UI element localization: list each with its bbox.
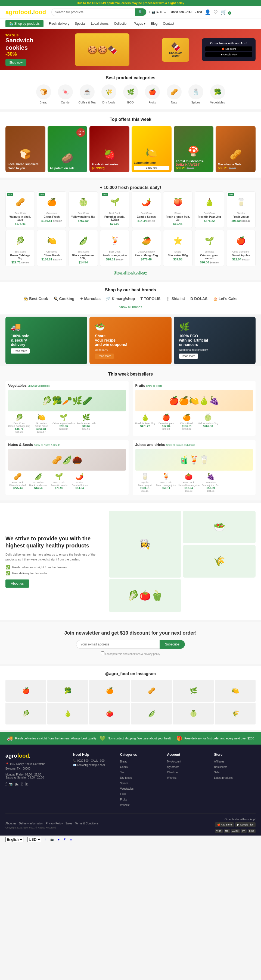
contact-nav[interactable]: Contact — [163, 21, 174, 27]
footer-youtube-link[interactable]: ▶ — [16, 782, 19, 786]
footer-latest-products-link[interactable]: Latest products — [214, 776, 232, 780]
footer-bestsellers-link[interactable]: Bestsellers — [214, 765, 227, 768]
about-us-button[interactable]: About us — [5, 579, 29, 588]
share-recipe-read-more-button[interactable]: Read more — [95, 353, 114, 359]
product-cabbage[interactable]: 🥬 Best Cook Green Cabbage 3kg $22.71 $34… — [5, 230, 35, 266]
footer-sale-link[interactable]: Sale — [214, 771, 219, 774]
terms-checkbox[interactable] — [101, 651, 104, 655]
instagram-item-5[interactable]: 🌿 — [173, 680, 214, 702]
youtube-link[interactable]: ▶ — [157, 10, 159, 14]
product-dragon-fruit[interactable]: 🍑 Shake Fresh dragon fruit, 3g $60.45 — [163, 191, 192, 228]
category-candy[interactable]: 🍬 Candy — [56, 84, 75, 104]
category-spices[interactable]: 🧂 Spices — [186, 84, 205, 104]
local-stores-nav[interactable]: Local stores — [91, 21, 109, 27]
bs-product-cardamom[interactable]: 🫛 GroceriesBlack cardamom $14.54 — [29, 473, 48, 490]
product-combo-spices[interactable]: 🌶️ Best Cook Combo Spices $14.34 $31.98 — [131, 191, 161, 228]
bottom-pinterest-link[interactable]: P — [64, 838, 66, 841]
footer-delivery-info-link[interactable]: Delivery Information — [19, 822, 43, 825]
bottom-facebook-link[interactable]: f — [45, 838, 46, 841]
offer-strawberry[interactable]: 🍓 Fresh strawberries $3.99/kg — [90, 126, 130, 172]
bs-product-spices[interactable]: 🌶️ ShakeCombo Spices $14.34 — [70, 473, 89, 490]
collection-nav[interactable]: Collection — [114, 21, 128, 27]
footer-wishlist-link[interactable]: Wishlist — [167, 776, 176, 780]
category-nuts[interactable]: 🥜 Nuts — [165, 84, 184, 104]
category-eco[interactable]: 🌿 ECO — [121, 84, 140, 104]
offer-bread[interactable]: 🍞 Local bread suppliers close to you — [5, 126, 45, 172]
bs-product-melon[interactable]: 🍈 Yellow melons 3kg $767.50 — [198, 414, 218, 430]
show-all-fresh-link[interactable]: Show all fresh delivery — [114, 271, 147, 275]
instagram-item-9[interactable]: 🍅 — [89, 703, 130, 724]
brand-lets-cake[interactable]: 🎂 Let's Cake — [213, 296, 237, 301]
offer-macadamia[interactable]: 🥜 Macadamia Nuts $80.21 $80.78 — [216, 126, 256, 172]
product-cardamom[interactable]: 🫛 Best Cook Black cardamom, 100g $14.54 — [69, 230, 98, 266]
category-fruits[interactable]: 🍎 Fruits — [143, 84, 162, 104]
instagram-link[interactable]: 📷 — [151, 10, 155, 14]
product-star-anise[interactable]: ⭐ Shake Star anise 100g $37.58 — [163, 230, 192, 266]
footer-instagram-link[interactable]: 📷 — [9, 782, 13, 786]
footer-checkout-link[interactable]: Checkout — [167, 771, 179, 774]
shop-by-products-nav[interactable]: 🏪 Shop by products — [5, 20, 43, 27]
brand-marculas[interactable]: ✦ Marculas — [80, 296, 101, 301]
product-citrus2[interactable]: 🍋 Groceries Citrus Fresh $166.81 $203.87 — [37, 230, 66, 266]
lemonade-show-now-button[interactable]: Show now — [134, 165, 170, 170]
product-radish[interactable]: 🌱 Sermasc Crimson giant radish $96.06 $5… — [195, 230, 224, 266]
currency-selector[interactable]: USD — [27, 837, 41, 842]
footer-cat-candy[interactable]: Candy — [120, 765, 128, 768]
bs-product-cabbage[interactable]: 🥬 Best CookGreen Cabbage 3kg $48.71 $65.… — [8, 414, 30, 433]
bs-product-citrus-f[interactable]: 🍊 Citrus Fresh $166.81 $203.87 — [177, 414, 196, 430]
footer-facebook-link[interactable]: f — [5, 782, 6, 786]
footer-cat-bread[interactable]: Bread — [120, 760, 128, 763]
footer-my-orders-link[interactable]: My orders — [167, 765, 179, 768]
instagram-item-3[interactable]: 🍊 — [89, 680, 130, 702]
footer-app-store-badge[interactable]: 🍎 App Store — [215, 822, 234, 827]
category-vegetables[interactable]: 🥦 Vegetables — [208, 84, 227, 104]
footer-cat-tea[interactable]: Tea — [120, 771, 125, 774]
footer-linkedin-link[interactable]: in — [25, 782, 28, 786]
cart-icon[interactable]: 🛒 2 — [221, 9, 231, 15]
hero-shop-now-button[interactable]: Shop now — [5, 59, 26, 66]
footer-affiliates-link[interactable]: Affiliates — [214, 760, 224, 763]
product-orange-juice[interactable]: 🍹 Best Cook Fresh orange juice $90.32 $9… — [100, 230, 130, 266]
brand-dolas[interactable]: D DOLAS — [190, 296, 207, 301]
footer-cat-wishlist[interactable]: Wishlist — [120, 803, 130, 807]
instagram-item-10[interactable]: 🫛 — [131, 703, 172, 724]
footer-terms-link[interactable]: Terms & Conditions — [75, 822, 99, 825]
bs-product-pumpkin[interactable]: 🌱 Best CookPumpkin seeds $79.99 — [50, 473, 69, 490]
footer-cat-spices[interactable]: Spices — [120, 782, 128, 785]
product-yellow-melon[interactable]: 🍈 Best Cook Yellow melons 3kg $767.50 — [69, 191, 98, 228]
instagram-item-7[interactable]: 🥬 — [5, 703, 46, 724]
instagram-item-6[interactable]: 🍋 — [215, 680, 256, 702]
instagram-item-2[interactable]: 🥦 — [47, 680, 88, 702]
footer-google-play-badge[interactable]: ▶ Google Play — [235, 822, 256, 827]
safe-delivery-read-more-button[interactable]: Read more — [11, 348, 30, 353]
bs-product-yogurt[interactable]: 🥛 TopolisFresh yogurt $100.51 $65.11 — [135, 473, 154, 492]
instagram-item-12[interactable]: 🌾 — [215, 703, 256, 724]
instagram-item-4[interactable]: 🥜 — [131, 680, 172, 702]
bs-product-orange-juice[interactable]: 🍹 Best CookFresh orange juice $60.11 — [156, 473, 176, 492]
footer-about-us-link[interactable]: About us — [5, 822, 16, 825]
footer-sales-link[interactable]: Sales — [66, 822, 72, 825]
footer-privacy-link[interactable]: Privacy Policy — [46, 822, 62, 825]
brand-cooking[interactable]: 🍳 Cooking — [54, 296, 75, 301]
product-yogurt[interactable]: sale 🥛 Topolis Fresh yogurt $96.50 $103.… — [226, 191, 256, 228]
google-play-button[interactable]: ▶ Google Play — [205, 52, 252, 57]
offer-mushroom[interactable]: 🍄 Forest mushrooms. DAILY HARVEST! $60.2… — [174, 126, 214, 172]
bottom-youtube-link[interactable]: ▶ — [58, 838, 60, 841]
pinterest-link[interactable]: P — [160, 11, 162, 14]
product-pear[interactable]: 🍐 Best Cook Freshfix Pear, 2kg $475.22 — [195, 191, 224, 228]
search-button[interactable]: 🔍 — [135, 8, 146, 16]
product-walnuts[interactable]: sale 🥜 Best Cook Walnuts in shell, 1tuc … — [5, 191, 35, 228]
special-nav[interactable]: Special — [75, 21, 85, 27]
eco-read-more-button[interactable]: Read more — [179, 353, 198, 359]
product-apples[interactable]: 🍎 Coba Company Desert Apples $12.04 $60.… — [226, 230, 256, 266]
bottom-linkedin-link[interactable]: in — [70, 838, 72, 841]
brand-best-cook[interactable]: 👨‍🍳 Best Cook — [23, 296, 48, 301]
product-mango[interactable]: 🥭 Coba Company Exotic Mango 2kg $475.46 — [131, 230, 161, 266]
footer-cat-fruits[interactable]: Fruits — [120, 798, 127, 801]
offer-potato[interactable]: Up to-50 🥔 All potato on sale! — [48, 126, 88, 172]
pages-nav[interactable]: Pages ▾ — [134, 21, 146, 27]
bs-product-grape-juice[interactable]: 🍇 MarculasGrape juice, 3oz $53.59 $84.86 — [201, 473, 220, 492]
footer-my-account-link[interactable]: My Account — [167, 760, 181, 763]
bs-product-walnuts[interactable]: 🥜 Best CookWalnuts in shell $275.43 — [8, 473, 27, 490]
wishlist-icon[interactable]: ♡ — [213, 9, 218, 15]
